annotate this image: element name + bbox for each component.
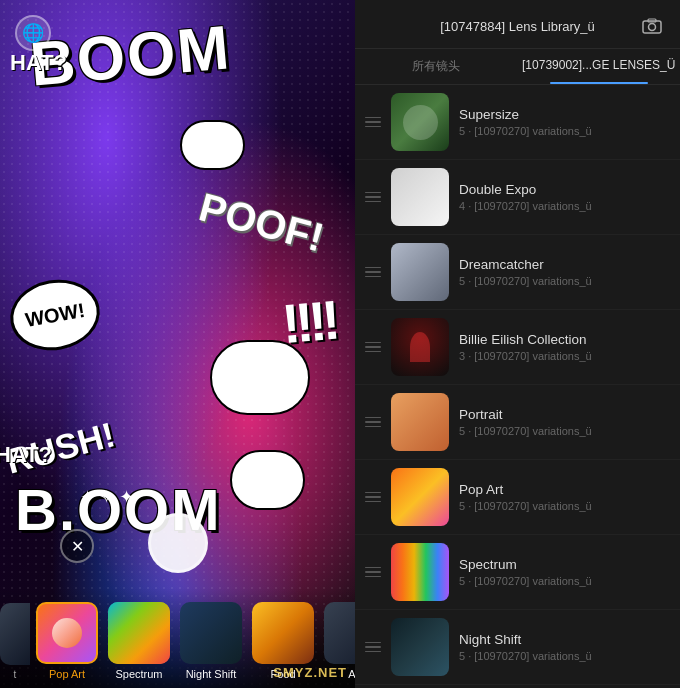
filter-label-popart: Pop Art	[49, 668, 85, 680]
filter-item-ad[interactable]: Ad	[320, 602, 355, 680]
tab-collection-label: [10739002]...GE LENSES_Ü	[522, 58, 675, 72]
filter-item-food[interactable]: Food	[248, 602, 318, 680]
filter-item-popart[interactable]: Pop Art	[32, 602, 102, 680]
lens-list-item[interactable]: Portrait 5 · [10970270] variations_ü	[355, 385, 680, 460]
filter-item-partial[interactable]: t	[0, 603, 30, 680]
filter-item-spectrum[interactable]: Spectrum	[104, 602, 174, 680]
preview-background	[0, 0, 355, 688]
lens-thumbnail	[391, 468, 449, 526]
tab-all-label: 所有镜头	[412, 59, 460, 73]
lens-name: Pop Art	[459, 482, 670, 497]
lens-thumbnail	[391, 168, 449, 226]
filter-label-ad: Ad	[348, 668, 355, 680]
drag-handle	[365, 642, 381, 653]
camera-preview: BOOM HAT? POOF! WOW! !!!! RUSH! HAT? B.O…	[0, 0, 355, 688]
lens-list-item[interactable]: Supersize 5 · [10970270] variations_ü	[355, 85, 680, 160]
lens-list-item[interactable]: Double Expo 4 · [10970270] variations_ü	[355, 160, 680, 235]
lens-list: Supersize 5 · [10970270] variations_ü Do…	[355, 85, 680, 688]
camera-preview-panel: BOOM HAT? POOF! WOW! !!!! RUSH! HAT? B.O…	[0, 0, 355, 688]
filter-thumb-partial	[0, 603, 30, 665]
lens-thumbnail	[391, 93, 449, 151]
filter-strip: t Pop Art Spectrum N	[0, 588, 355, 688]
lens-meta: 5 · [10970270] variations_ü	[459, 275, 670, 287]
filter-thumb-nightshift	[180, 602, 242, 664]
lens-info: Night Shift 5 · [10970270] variations_ü	[459, 632, 670, 662]
lens-info: Double Expo 4 · [10970270] variations_ü	[459, 182, 670, 212]
lens-list-item[interactable]: Pop Art 5 · [10970270] variations_ü	[355, 460, 680, 535]
header-title: [10747884] Lens Library_ü	[397, 19, 638, 34]
lens-info: Dreamcatcher 5 · [10970270] variations_ü	[459, 257, 670, 287]
drag-handle	[365, 267, 381, 278]
lens-name: Night Shift	[459, 632, 670, 647]
filter-thumb-popart	[36, 602, 98, 664]
lens-list-item[interactable]: Spectrum 5 · [10970270] variations_ü	[355, 535, 680, 610]
lens-meta: 4 · [10970270] variations_ü	[459, 200, 670, 212]
lens-meta: 5 · [10970270] variations_ü	[459, 650, 670, 662]
drag-handle	[365, 192, 381, 203]
lens-thumbnail	[391, 543, 449, 601]
svg-point-1	[649, 24, 656, 31]
header: [10747884] Lens Library_ü	[355, 0, 680, 49]
lens-info: Portrait 5 · [10970270] variations_ü	[459, 407, 670, 437]
lens-list-item[interactable]: Dreamcatcher 5 · [10970270] variations_ü	[355, 235, 680, 310]
right-panel: [10747884] Lens Library_ü 所有镜头 [10739002…	[355, 0, 680, 688]
shutter-button[interactable]	[148, 513, 208, 573]
lens-info: Pop Art 5 · [10970270] variations_ü	[459, 482, 670, 512]
camera-icon-button[interactable]	[638, 12, 666, 40]
lens-meta: 5 · [10970270] variations_ü	[459, 425, 670, 437]
lens-meta: 5 · [10970270] variations_ü	[459, 125, 670, 137]
filter-label-partial: t	[14, 669, 17, 680]
lens-name: Spectrum	[459, 557, 670, 572]
drag-handle	[365, 417, 381, 428]
filter-label-food: Food	[270, 668, 295, 680]
lens-name: Dreamcatcher	[459, 257, 670, 272]
drag-handle	[365, 342, 381, 353]
lens-info: Billie Eilish Collection 3 · [10970270] …	[459, 332, 670, 362]
lens-thumbnail	[391, 318, 449, 376]
lens-thumbnail	[391, 393, 449, 451]
lens-meta: 3 · [10970270] variations_ü	[459, 350, 670, 362]
filter-thumb-spectrum	[108, 602, 170, 664]
drag-handle	[365, 117, 381, 128]
filter-label-spectrum: Spectrum	[115, 668, 162, 680]
lens-name: Double Expo	[459, 182, 670, 197]
lens-thumbnail	[391, 243, 449, 301]
lens-thumbnail	[391, 618, 449, 676]
globe-icon-button[interactable]: 🌐	[15, 15, 51, 51]
filter-label-nightshift: Night Shift	[186, 668, 237, 680]
close-button[interactable]: ✕	[60, 529, 94, 563]
filter-item-nightshift[interactable]: Night Shift	[176, 602, 246, 680]
filter-thumb-ad	[324, 602, 355, 664]
lens-name: Billie Eilish Collection	[459, 332, 670, 347]
lens-info: Spectrum 5 · [10970270] variations_ü	[459, 557, 670, 587]
filter-thumb-food	[252, 602, 314, 664]
lens-name: Supersize	[459, 107, 670, 122]
drag-handle	[365, 567, 381, 578]
lens-list-item[interactable]: Night Shift 5 · [10970270] variations_ü	[355, 610, 680, 685]
tabs: 所有镜头 [10739002]...GE LENSES_Ü	[355, 49, 680, 85]
tab-all[interactable]: 所有镜头	[355, 49, 518, 84]
drag-handle	[365, 492, 381, 503]
tab-collection[interactable]: [10739002]...GE LENSES_Ü	[518, 49, 681, 84]
lens-info: Supersize 5 · [10970270] variations_ü	[459, 107, 670, 137]
lens-name: Portrait	[459, 407, 670, 422]
lens-meta: 5 · [10970270] variations_ü	[459, 575, 670, 587]
lens-meta: 5 · [10970270] variations_ü	[459, 500, 670, 512]
lens-list-item[interactable]: Billie Eilish Collection 3 · [10970270] …	[355, 310, 680, 385]
